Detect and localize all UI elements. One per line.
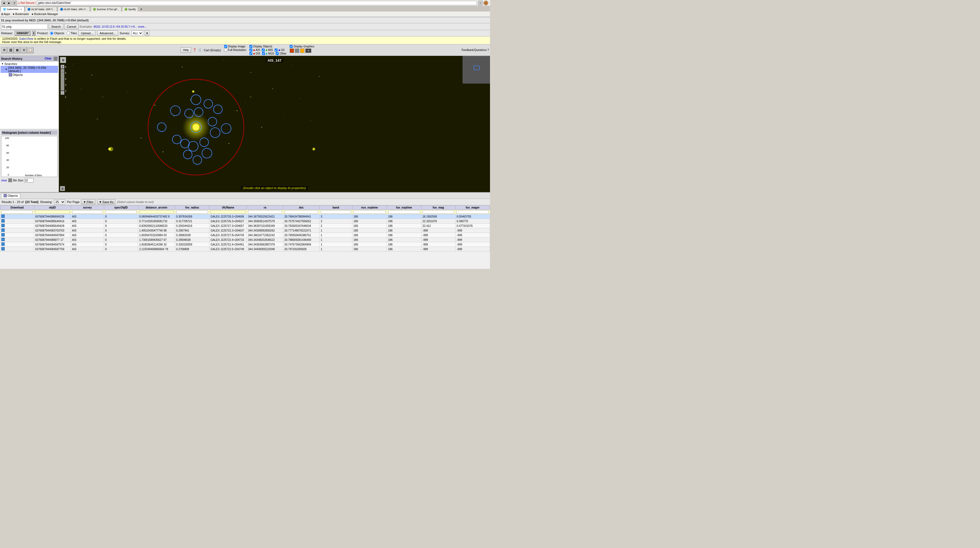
release-button[interactable]: GR6/GR7 [14, 31, 30, 36]
example-more[interactable]: more... [138, 25, 146, 28]
add-color-btn[interactable]: + [305, 49, 311, 53]
filter-download[interactable] [2, 210, 33, 214]
histogram-clear-btn[interactable]: clear [1, 179, 7, 182]
cancel-button[interactable]: Cancel [64, 24, 79, 29]
url-bar[interactable] [37, 1, 477, 5]
filter-dec[interactable] [285, 210, 318, 214]
tool-btn-1[interactable]: ⊞ [1, 47, 7, 53]
feedback-link[interactable]: Feedback/Questions ? [461, 49, 489, 51]
display-image-cb[interactable]: Display Image [224, 45, 246, 48]
example-m101[interactable]: M101 [94, 25, 100, 28]
tab-close[interactable]: × [21, 8, 22, 11]
bin-size-input[interactable] [24, 178, 34, 183]
filter-specobjid[interactable] [105, 210, 137, 214]
filter-distance[interactable] [139, 210, 174, 214]
tree-toggle-item[interactable]: ▼ [5, 68, 8, 71]
col-iau[interactable]: IAUName [209, 205, 247, 210]
filter-band[interactable] [321, 210, 351, 214]
filter-fuv-exp[interactable] [388, 210, 420, 214]
tool-btn-4[interactable]: ⊟ [21, 47, 27, 53]
product-objects-radio[interactable]: Objects [50, 32, 64, 35]
col-ra[interactable]: ra [247, 205, 283, 210]
bookmark-apps[interactable]: ⊞ Apps [1, 13, 10, 16]
display-graphics-cb[interactable]: Display Graphics [290, 45, 314, 48]
zoom-out-btn[interactable]: − [60, 91, 64, 95]
filter-ra[interactable] [248, 210, 282, 214]
filter-nuv[interactable] [353, 210, 386, 214]
tool-btn-5[interactable]: 📋 [27, 47, 33, 53]
filter-fov[interactable] [176, 210, 208, 214]
col-distance[interactable]: distance_arcmin [138, 205, 175, 210]
browser-tab-hlsp1[interactable]: 🔵 HLSP Make: JDR T... [25, 6, 57, 11]
col-fov[interactable]: fov_radius [175, 205, 209, 210]
row-check-3[interactable] [2, 229, 5, 232]
tree-search-item[interactable]: ▼ [344.3665, 20.7688] r=0.05d (default) … [0, 66, 58, 73]
ais-cb[interactable]: ■ AIS [250, 49, 260, 51]
reload-btn[interactable]: ↺ [12, 0, 17, 5]
tool-btn-2[interactable]: 🖼 [8, 47, 14, 53]
mini-map[interactable] [463, 56, 490, 83]
row-check-2[interactable] [2, 224, 5, 227]
row-check-1[interactable] [2, 219, 5, 222]
search-input[interactable] [1, 24, 48, 29]
save-as-button[interactable]: ▼ Save As [97, 200, 115, 204]
zoom-slider[interactable] [60, 69, 64, 91]
search-button[interactable]: Search [49, 24, 63, 29]
tree-searches[interactable]: ▼ Searches [0, 62, 58, 66]
other-cb[interactable]: Other [276, 52, 286, 55]
col-fuv-magr[interactable]: fuv_mager [455, 205, 490, 210]
ngs-cb[interactable]: ■ NGS [262, 52, 274, 55]
dis-cb[interactable]: ■ DIS [250, 52, 260, 55]
col-fuv-mag[interactable]: fuv_mag [421, 205, 455, 210]
full-res-cb[interactable]: Full Resolution [224, 49, 246, 51]
example-coords[interactable]: 14 03 12.6 +54 20 56.7 r=0... [102, 25, 137, 28]
color-swatch-3[interactable] [300, 49, 304, 53]
filter-objid[interactable] [35, 210, 70, 214]
per-page-select[interactable]: 25 50 100 [54, 200, 65, 204]
galexview-link[interactable]: GalexView [19, 37, 33, 40]
history-icon[interactable] [54, 57, 57, 60]
browser-tab-spotify[interactable]: 🟢 Spotify [122, 6, 138, 11]
zoom-in-btn[interactable]: + [60, 65, 64, 68]
back-btn[interactable]: ◀ [1, 0, 6, 5]
row-check-5[interactable] [2, 238, 5, 241]
bookmark-star[interactable]: ☆ [478, 0, 483, 5]
hist-icon-1[interactable] [8, 178, 12, 182]
col-objid[interactable]: objID [34, 205, 71, 210]
color-swatch-1[interactable] [290, 49, 294, 53]
objects-tab[interactable]: Objects [1, 193, 20, 198]
clear-history-btn[interactable]: Clear [44, 56, 52, 60]
product-tiles-radio[interactable]: Tiles [67, 32, 77, 35]
col-specobjid[interactable]: specObjID [104, 205, 138, 210]
row-check-6[interactable] [2, 243, 5, 246]
tool-btn-3[interactable]: ▦ [14, 47, 20, 53]
chart-area[interactable] [10, 136, 57, 171]
fullscreen-btn[interactable]: ⊞ [60, 57, 66, 63]
col-dec[interactable]: dec [283, 205, 319, 210]
gii-cb[interactable]: ■ GII [275, 49, 285, 51]
filter-fuv-mag[interactable] [423, 210, 454, 214]
col-nuv[interactable]: nuv_exptime [352, 205, 387, 210]
display-objects-cb[interactable]: Display Objects [250, 45, 286, 48]
color-swatch-2[interactable] [295, 49, 299, 53]
advanced-button[interactable]: Advanced... [97, 30, 118, 36]
data-table-container[interactable]: Download objID survey specObjID distance… [0, 205, 490, 269]
filter-fuv-magr[interactable] [457, 210, 488, 214]
col-fuv-exp[interactable]: fuv_exptime [387, 205, 421, 210]
new-tab-btn[interactable]: + [139, 6, 143, 11]
browser-tab-hlsp2[interactable]: 🔵 HLSP Make: JIRA T... [57, 6, 90, 11]
image-panel[interactable]: AIS_147 (Double click an object to displ… [59, 56, 490, 192]
filter-iau[interactable] [210, 210, 245, 214]
browser-tab-summer[interactable]: 🟢 Summer STScI gP... [91, 6, 121, 11]
mis-cb[interactable]: ■ MIS [262, 49, 273, 51]
release-info-button[interactable]: ℹ [32, 31, 35, 36]
survey-select[interactable]: ALL [132, 30, 143, 36]
row-check-4[interactable] [2, 233, 5, 237]
forward-btn[interactable]: ▶ [6, 0, 11, 5]
tree-objects[interactable]: Objects [0, 73, 58, 77]
col-band[interactable]: band [320, 205, 352, 210]
tree-toggle-searches[interactable]: ▼ [1, 62, 4, 65]
survey-info-button[interactable]: ⬇ [145, 30, 150, 36]
bookmark-bookmarks[interactable]: ★ Bookmarks [12, 13, 29, 16]
col-download[interactable]: Download [0, 205, 34, 210]
